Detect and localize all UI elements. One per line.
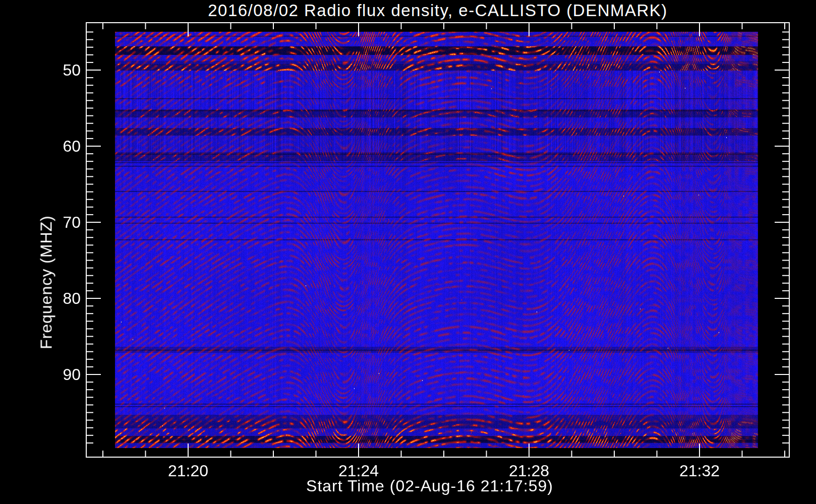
x-tick-label: 21:28 [486, 462, 572, 480]
x-tick-label: 21:32 [657, 462, 742, 480]
y-axis-label: Frequency (MHZ) [37, 215, 56, 349]
y-tick-label: 60 [0, 137, 81, 156]
y-tick-label: 90 [0, 365, 81, 384]
spectrogram-figure: 2016/08/02 Radio flux density, e-CALLIST… [0, 0, 816, 504]
y-tick-label: 80 [0, 289, 81, 308]
x-tick-label: 21:20 [145, 462, 231, 480]
y-tick-label: 70 [0, 213, 81, 232]
x-tick-label: 21:24 [316, 462, 401, 480]
y-tick-label: 50 [0, 60, 81, 80]
axes-frame [0, 0, 816, 504]
